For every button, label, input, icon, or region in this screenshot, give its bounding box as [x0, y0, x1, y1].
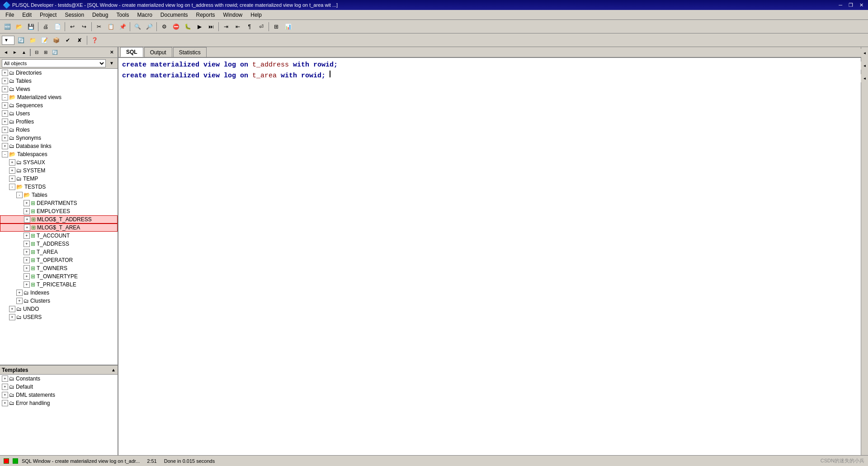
max-button[interactable]: ❐ — [847, 2, 855, 8]
expand-users-ts[interactable]: + — [9, 314, 15, 320]
commit-btn[interactable]: ✔ — [62, 35, 73, 46]
expand-profiles[interactable]: + — [2, 119, 8, 125]
tree-item-clusters[interactable]: + 🗂 Clusters — [0, 297, 118, 305]
expand-indexes[interactable]: + — [16, 290, 23, 296]
tree-item-directories[interactable]: + 🗂 Directories — [0, 69, 118, 77]
expand-t-ownertype[interactable]: + — [24, 273, 30, 280]
tree-item-users-ts[interactable]: + 🗂 USERS — [0, 313, 118, 321]
expand-default[interactable]: + — [2, 384, 8, 390]
expand-synonyms[interactable]: + — [2, 135, 8, 141]
chart-btn[interactable]: 📊 — [283, 21, 293, 32]
expand-sequences[interactable]: + — [2, 102, 8, 109]
expand-users[interactable]: + — [2, 110, 8, 117]
expand-roles[interactable]: + — [2, 127, 8, 133]
menu-item-macro[interactable]: Macro — [133, 11, 156, 19]
tree-item-tablespaces[interactable]: - 📂 Tablespaces — [0, 150, 118, 158]
expand-t-address[interactable]: + — [24, 241, 30, 247]
right-btn2[interactable]: ◄ — [861, 62, 868, 70]
schema-btn[interactable]: 📁 — [27, 35, 38, 46]
tree-item-matviews[interactable]: - 📂 Materialized views — [0, 93, 118, 101]
copy-button[interactable]: 📋 — [105, 21, 116, 32]
expand-departments[interactable]: + — [24, 200, 30, 206]
tree-item-constants[interactable]: + 🗂 Constants — [0, 375, 118, 383]
expand-t-operator[interactable]: + — [24, 257, 30, 263]
right-btn3[interactable]: ◄ — [861, 74, 868, 82]
tree-item-t-account[interactable]: + ⊞ T_ACCOUNT — [0, 232, 118, 240]
schema-dropdown[interactable]: ▼ — [2, 36, 14, 45]
tree-item-indexes[interactable]: + 🗂 Indexes — [0, 289, 118, 297]
menu-item-debug[interactable]: Debug — [89, 11, 112, 19]
tree-item-profiles[interactable]: + 🗂 Profiles — [0, 118, 118, 126]
save-button[interactable]: 💾 — [25, 21, 36, 32]
desc-btn[interactable]: 📝 — [39, 35, 50, 46]
find-button[interactable]: 🔍 — [132, 21, 143, 32]
format-btn[interactable]: ¶ — [244, 21, 255, 32]
tree-item-testds-tables[interactable]: - 📂 Tables — [0, 191, 118, 199]
tree-item-dblinks[interactable]: + 🗂 Database links — [0, 142, 118, 150]
expand-dml[interactable]: + — [2, 392, 8, 398]
expand-employees[interactable]: + — [24, 208, 30, 214]
expand-t-account[interactable]: + — [24, 233, 30, 239]
undo-button[interactable]: ↩ — [67, 21, 78, 32]
right-btn1[interactable]: ◄ — [861, 49, 868, 57]
expand-dblinks[interactable]: + — [2, 143, 8, 149]
tree-item-system[interactable]: + 🗂 SYSTEM — [0, 166, 118, 175]
nav-up[interactable]: ▲ — [20, 48, 28, 57]
menu-item-reports[interactable]: Reports — [193, 11, 219, 19]
menu-item-window[interactable]: Window — [220, 11, 246, 19]
tree-item-temp[interactable]: + 🗂 TEMP — [0, 175, 118, 183]
tree-item-t-area[interactable]: + ⊞ T_AREA — [0, 248, 118, 256]
expand-tables[interactable]: + — [2, 78, 8, 84]
tree-item-users[interactable]: + 🗂 Users — [0, 109, 118, 118]
tree-item-tables[interactable]: + 🗂 Tables — [0, 77, 118, 85]
run-button[interactable]: ▶ — [194, 21, 205, 32]
redo-button[interactable]: ↪ — [79, 21, 90, 32]
tree-item-dml[interactable]: + 🗂 DML statements — [0, 391, 118, 399]
tree-item-roles[interactable]: + 🗂 Roles — [0, 126, 118, 134]
debug-button[interactable]: 🐛 — [182, 21, 193, 32]
tree-item-testds[interactable]: - 📂 TESTDS — [0, 183, 118, 191]
compile-button[interactable]: ⚙ — [159, 21, 170, 32]
tree-item-t-address[interactable]: + ⊞ T_ADDRESS — [0, 240, 118, 248]
expand-sysaux[interactable]: + — [9, 159, 15, 166]
expand-mlog-taddress[interactable]: + — [24, 216, 30, 223]
expand-error-handling[interactable]: + — [2, 400, 8, 406]
wrap-btn[interactable]: ⏎ — [256, 21, 267, 32]
tree-item-t-pricetable[interactable]: + ⊞ T_PRICETABLE — [0, 281, 118, 289]
expand-tablespaces[interactable]: - — [2, 151, 8, 157]
refresh-btn[interactable]: 🔄 — [15, 35, 26, 46]
find-replace[interactable]: 🔎 — [144, 21, 155, 32]
tab-statistics[interactable]: Statistics — [173, 47, 207, 57]
paste-button[interactable]: 📌 — [117, 21, 128, 32]
tree-item-mlog-tarea[interactable]: + ⊞ MLOG$_T_AREA — [0, 223, 118, 232]
tab-sql[interactable]: SQL — [120, 47, 143, 57]
expand-t-pricetable[interactable]: + — [24, 281, 30, 288]
expand-matviews[interactable]: - — [2, 94, 8, 100]
tree-item-undo[interactable]: + 🗂 UNDO — [0, 305, 118, 313]
expand-clusters[interactable]: + — [16, 298, 23, 304]
expand-testds-tables[interactable]: - — [16, 192, 23, 198]
expand-t-area[interactable]: + — [24, 249, 30, 255]
step-button[interactable]: ⏭ — [206, 21, 217, 32]
nav-forward[interactable]: ► — [11, 48, 19, 57]
menu-item-tools[interactable]: Tools — [113, 11, 132, 19]
print-button[interactable]: 🖨 — [40, 21, 51, 32]
grid-btn[interactable]: ⊞ — [271, 21, 282, 32]
expand-temp[interactable]: + — [9, 176, 15, 182]
tree-item-departments[interactable]: + ⊞ DEPARTMENTS — [0, 199, 118, 207]
tree-item-error-handling[interactable]: + 🗂 Error handling — [0, 399, 118, 407]
stop-button[interactable]: ⛔ — [170, 21, 181, 32]
indent-btn[interactable]: ⇥ — [221, 21, 231, 32]
tab-output[interactable]: Output — [144, 47, 172, 57]
expand-all[interactable]: ⊞ — [42, 48, 50, 57]
obj-btn[interactable]: 📦 — [51, 35, 61, 46]
tree-item-sequences[interactable]: + 🗂 Sequences — [0, 101, 118, 109]
expand-constants[interactable]: + — [2, 376, 8, 382]
expand-t-owners[interactable]: + — [24, 265, 30, 271]
sql-editor[interactable]: create materialized view log on t_addres… — [118, 58, 861, 455]
menu-item-file[interactable]: File — [2, 11, 18, 19]
open-button[interactable]: 📂 — [14, 21, 24, 32]
expand-mlog-tarea[interactable]: + — [24, 224, 30, 231]
outdent-btn[interactable]: ⇤ — [232, 21, 243, 32]
tree-item-synonyms[interactable]: + 🗂 Synonyms — [0, 134, 118, 142]
